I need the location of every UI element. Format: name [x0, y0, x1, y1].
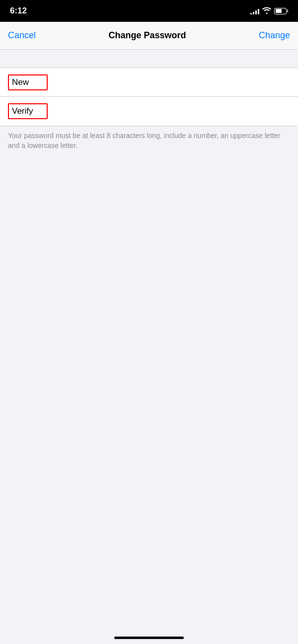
- status-bar: 6:12: [0, 0, 298, 22]
- navigation-bar: Cancel Change Password Change: [0, 22, 298, 50]
- new-password-row: New: [0, 68, 298, 97]
- new-password-label: New: [8, 74, 48, 90]
- battery-icon: [274, 8, 288, 14]
- cancel-button[interactable]: Cancel: [8, 30, 36, 41]
- home-indicator: [114, 637, 184, 639]
- status-time: 6:12: [10, 6, 27, 16]
- verify-password-row: Verify: [0, 97, 298, 126]
- page-title: Change Password: [108, 30, 186, 41]
- top-separator: [0, 50, 298, 68]
- new-password-input[interactable]: [48, 77, 290, 87]
- verify-password-label: Verify: [8, 103, 48, 119]
- status-icons: [250, 7, 288, 15]
- signal-icon: [250, 7, 259, 14]
- verify-password-input[interactable]: [48, 106, 290, 116]
- wifi-icon: [262, 7, 271, 15]
- password-form-section: New Verify: [0, 68, 298, 126]
- change-button[interactable]: Change: [259, 30, 290, 41]
- password-hint: Your password must be at least 8 charact…: [0, 126, 298, 158]
